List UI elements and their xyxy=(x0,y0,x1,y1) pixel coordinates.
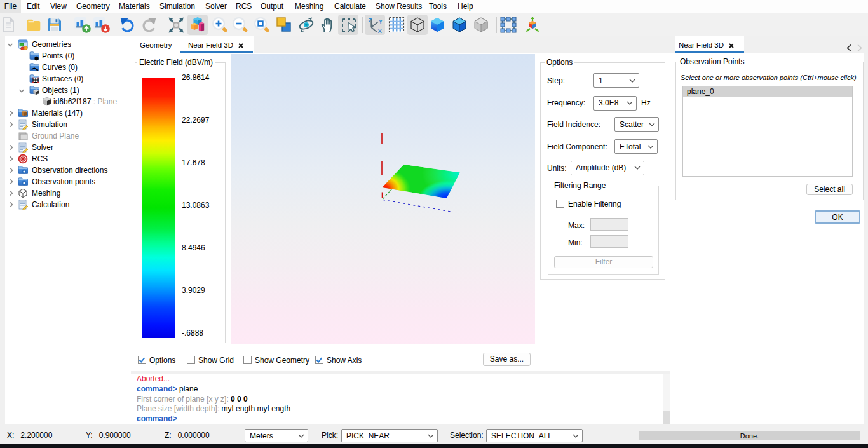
svg-text:X: X xyxy=(378,28,382,34)
svg-text:Y: Y xyxy=(379,18,383,25)
svg-text:Z: Z xyxy=(369,17,372,24)
